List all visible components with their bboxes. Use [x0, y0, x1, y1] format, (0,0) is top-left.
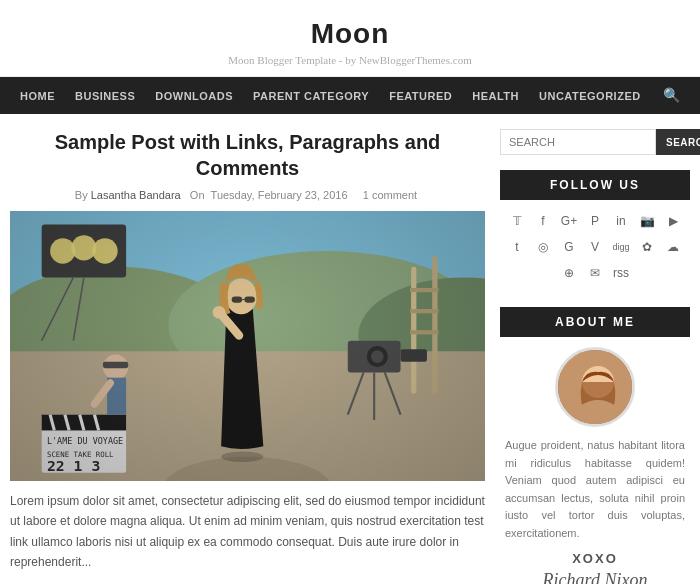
- post-image: L'AME DU VOYAGE SCENE TAKE ROLL 22 1 3: [10, 211, 485, 481]
- social-pinterest[interactable]: P: [584, 210, 606, 232]
- about-widget: ABOUT ME Augue proident, natus habitant …: [500, 307, 690, 584]
- sidebar-search-input[interactable]: [500, 129, 656, 155]
- post-title: Sample Post with Links, Paragraphs and C…: [10, 129, 485, 181]
- social-email[interactable]: ✉: [584, 262, 606, 284]
- about-avatar: [555, 347, 635, 427]
- social-digg[interactable]: digg: [610, 236, 632, 258]
- social-twitter[interactable]: 𝕋: [506, 210, 528, 232]
- site-header: Moon Moon Blogger Template - by NewBlogg…: [0, 0, 700, 77]
- follow-widget: FOLLOW US 𝕋 f G+ P in 📷 ▶ t ◎ G V digg ✿…: [500, 170, 690, 292]
- avatar-svg: [558, 350, 635, 427]
- post-article: Sample Post with Links, Paragraphs and C…: [10, 129, 485, 584]
- nav-uncategorized[interactable]: UNCATEGORIZED: [529, 78, 651, 114]
- post-author[interactable]: Lasantha Bandara: [91, 189, 181, 201]
- nav-featured[interactable]: FEATURED: [379, 78, 462, 114]
- sidebar-search-widget: SEARCH: [500, 129, 690, 155]
- post-date: Tuesday, February 23, 2016: [211, 189, 348, 201]
- social-gplus[interactable]: G+: [558, 210, 580, 232]
- social-xing[interactable]: ⊕: [558, 262, 580, 284]
- nav-health[interactable]: HEALTH: [462, 78, 529, 114]
- nav-downloads[interactable]: DOWNLOADS: [145, 78, 243, 114]
- post-comments: 1 comment: [363, 189, 417, 201]
- main-content: Sample Post with Links, Paragraphs and C…: [10, 129, 485, 584]
- sidebar-search-button[interactable]: SEARCH: [656, 129, 700, 155]
- follow-widget-title: FOLLOW US: [500, 170, 690, 200]
- about-xoxo: XOXO: [500, 551, 690, 566]
- avatar-image: [558, 350, 632, 424]
- social-delicious[interactable]: ◎: [532, 236, 554, 258]
- about-text: Augue proident, natus habitant litora mi…: [500, 437, 690, 543]
- svg-rect-48: [576, 410, 620, 427]
- social-linkedin[interactable]: in: [610, 210, 632, 232]
- nav-business[interactable]: BUSINESS: [65, 78, 145, 114]
- social-tumblr[interactable]: t: [506, 236, 528, 258]
- sidebar: SEARCH FOLLOW US 𝕋 f G+ P in 📷 ▶ t ◎ G V…: [500, 129, 690, 584]
- social-vimeo[interactable]: V: [584, 236, 606, 258]
- post-meta: By Lasantha Bandara On Tuesday, February…: [10, 189, 485, 201]
- social-github[interactable]: G: [558, 236, 580, 258]
- main-layout: Sample Post with Links, Paragraphs and C…: [0, 114, 700, 584]
- social-facebook[interactable]: f: [532, 210, 554, 232]
- post-excerpt: Lorem ipsum dolor sit amet, consectetur …: [10, 491, 485, 573]
- social-youtube[interactable]: ▶: [662, 210, 684, 232]
- nav-home[interactable]: HOME: [10, 78, 65, 114]
- nav-search-icon[interactable]: 🔍: [653, 77, 690, 114]
- nav-parent-category[interactable]: PARENT CATEGORY: [243, 78, 379, 114]
- about-signature: Richard Nixon: [500, 570, 690, 584]
- social-soundcloud[interactable]: ☁: [662, 236, 684, 258]
- social-instagram[interactable]: 📷: [636, 210, 658, 232]
- site-title: Moon: [0, 18, 700, 50]
- about-widget-title: ABOUT ME: [500, 307, 690, 337]
- social-rss[interactable]: rss: [610, 262, 632, 284]
- social-icons-grid: 𝕋 f G+ P in 📷 ▶ t ◎ G V digg ✿ ☁ ⊕ ✉ rss: [500, 210, 690, 292]
- site-tagline: Moon Blogger Template - by NewBloggerThe…: [0, 54, 700, 66]
- nav-bar: HOME BUSINESS DOWNLOADS PARENT CATEGORY …: [0, 77, 700, 114]
- social-stumble[interactable]: ✿: [636, 236, 658, 258]
